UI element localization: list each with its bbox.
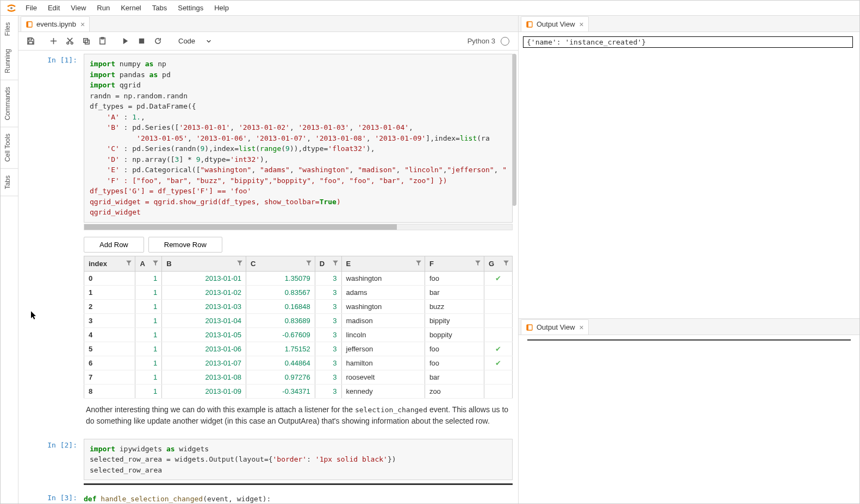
cell[interactable]: 4 bbox=[84, 327, 135, 342]
cell[interactable]: jefferson bbox=[341, 342, 425, 356]
menu-kernel[interactable]: Kernel bbox=[115, 2, 147, 14]
cell[interactable]: 1.35079 bbox=[246, 271, 315, 285]
rail-commands[interactable]: Commands bbox=[1, 80, 18, 127]
cell[interactable]: 2013-01-04 bbox=[162, 313, 246, 327]
horizontal-scrollbar[interactable] bbox=[84, 224, 513, 230]
save-button[interactable] bbox=[23, 34, 38, 48]
cell[interactable]: 2013-01-01 bbox=[162, 271, 246, 285]
cell[interactable]: 1 bbox=[135, 342, 162, 356]
column-header-a[interactable]: A bbox=[135, 256, 162, 271]
cell[interactable]: -0.67609 bbox=[246, 327, 315, 342]
cell[interactable]: 1 bbox=[84, 285, 135, 299]
table-row[interactable]: 612013-01-070.448643hamiltonfoo✔ bbox=[84, 356, 513, 370]
cell[interactable]: 0.83567 bbox=[246, 285, 315, 299]
cell[interactable]: washington bbox=[341, 271, 425, 285]
cell[interactable]: 2013-01-02 bbox=[162, 285, 246, 299]
output-body[interactable]: {'name': 'instance_created'} bbox=[519, 32, 859, 318]
cell[interactable]: 1 bbox=[135, 285, 162, 299]
cell[interactable]: 2 bbox=[84, 299, 135, 313]
cell[interactable]: 3 bbox=[315, 271, 341, 285]
menu-tabs[interactable]: Tabs bbox=[147, 2, 172, 14]
cell[interactable]: 3 bbox=[315, 342, 341, 356]
filter-icon[interactable] bbox=[237, 260, 242, 268]
cell[interactable]: 1 bbox=[135, 356, 162, 370]
cell[interactable]: adams bbox=[341, 285, 425, 299]
stop-button[interactable] bbox=[134, 34, 149, 48]
run-button[interactable] bbox=[117, 34, 133, 48]
cell[interactable]: 3 bbox=[315, 313, 341, 327]
cell[interactable]: buzz bbox=[425, 299, 484, 313]
cell[interactable]: 2013-01-07 bbox=[162, 356, 246, 370]
cell[interactable]: ✔ bbox=[484, 356, 513, 370]
cell[interactable]: bippity bbox=[425, 313, 484, 327]
filter-icon[interactable] bbox=[126, 260, 132, 268]
table-row[interactable]: 812013-01-09-0.343713kennedyzoo bbox=[84, 384, 513, 398]
cell[interactable]: 1 bbox=[135, 370, 162, 384]
column-header-g[interactable]: G bbox=[484, 256, 513, 271]
code-cell-1[interactable]: In [1]: import numpy as np import pandas… bbox=[18, 51, 518, 436]
cell[interactable]: bar bbox=[425, 370, 484, 384]
cell[interactable]: 3 bbox=[315, 327, 341, 342]
cell[interactable]: zoo bbox=[425, 384, 484, 398]
table-row[interactable]: 212013-01-030.168483washingtonbuzz bbox=[84, 299, 513, 313]
cell[interactable]: 0.97276 bbox=[246, 370, 315, 384]
cell[interactable]: 2013-01-09 bbox=[162, 384, 246, 398]
cell[interactable]: 0.44864 bbox=[246, 356, 315, 370]
column-header-f[interactable]: F bbox=[425, 256, 484, 271]
table-row[interactable]: 112013-01-020.835673adamsbar bbox=[84, 285, 513, 299]
cell[interactable]: 3 bbox=[84, 313, 135, 327]
cell[interactable]: 5 bbox=[84, 342, 135, 356]
cell[interactable]: boppity bbox=[425, 327, 484, 342]
cell[interactable]: washington bbox=[341, 299, 425, 313]
cell[interactable]: 0.16848 bbox=[246, 299, 315, 313]
add-row-button[interactable]: Add Row bbox=[84, 237, 144, 253]
cell[interactable]: 2013-01-05 bbox=[162, 327, 246, 342]
cell[interactable] bbox=[484, 299, 513, 313]
close-icon[interactable]: × bbox=[579, 324, 584, 331]
kernel-status-icon[interactable] bbox=[501, 37, 509, 46]
close-icon[interactable]: × bbox=[80, 21, 85, 28]
cut-button[interactable] bbox=[62, 34, 77, 48]
cell[interactable]: roosevelt bbox=[341, 370, 425, 384]
rail-running[interactable]: Running bbox=[1, 42, 18, 80]
cell[interactable]: 1 bbox=[135, 327, 162, 342]
column-header-e[interactable]: E bbox=[341, 256, 425, 271]
rail-files[interactable]: Files bbox=[1, 16, 18, 42]
cell[interactable] bbox=[484, 285, 513, 299]
kernel-name[interactable]: Python 3 bbox=[468, 37, 495, 45]
filter-icon[interactable] bbox=[416, 260, 421, 268]
cell[interactable]: hamilton bbox=[341, 356, 425, 370]
menu-help[interactable]: Help bbox=[209, 2, 234, 14]
copy-button[interactable] bbox=[78, 34, 94, 48]
close-icon[interactable]: × bbox=[579, 21, 584, 28]
cell[interactable]: 3 bbox=[315, 384, 341, 398]
filter-icon[interactable] bbox=[153, 260, 158, 268]
cell[interactable]: lincoln bbox=[341, 327, 425, 342]
cell[interactable]: 1.75152 bbox=[246, 342, 315, 356]
cell[interactable]: foo bbox=[425, 356, 484, 370]
cell[interactable]: 3 bbox=[315, 356, 341, 370]
cell[interactable] bbox=[484, 327, 513, 342]
filter-icon[interactable] bbox=[503, 260, 509, 268]
markdown-cell[interactable]: Another interesting thing we can do with… bbox=[84, 399, 513, 432]
tab-output-view[interactable]: Output View × bbox=[521, 319, 589, 335]
table-row[interactable]: 012013-01-011.350793washingtonfoo✔ bbox=[84, 271, 513, 285]
cell[interactable]: 3 bbox=[315, 299, 341, 313]
menu-edit[interactable]: Edit bbox=[42, 2, 65, 14]
cell[interactable]: ✔ bbox=[484, 271, 513, 285]
menu-run[interactable]: Run bbox=[91, 2, 115, 14]
notebook-scroll[interactable]: In [1]: import numpy as np import pandas… bbox=[18, 51, 518, 503]
cell[interactable] bbox=[484, 384, 513, 398]
cell[interactable]: 1 bbox=[135, 313, 162, 327]
cell[interactable]: 2013-01-03 bbox=[162, 299, 246, 313]
rail-tabs[interactable]: Tabs bbox=[1, 169, 18, 196]
tab-output-view[interactable]: Output View × bbox=[521, 16, 589, 32]
code-input[interactable]: import ipywidgets as widgets selected_ro… bbox=[84, 439, 513, 481]
cell[interactable] bbox=[484, 370, 513, 384]
cell[interactable] bbox=[484, 313, 513, 327]
remove-row-button[interactable]: Remove Row bbox=[148, 237, 222, 253]
cell[interactable]: 3 bbox=[315, 370, 341, 384]
cell[interactable]: 2013-01-06 bbox=[162, 342, 246, 356]
column-header-index[interactable]: index bbox=[84, 256, 135, 271]
cell[interactable]: -0.34371 bbox=[246, 384, 315, 398]
